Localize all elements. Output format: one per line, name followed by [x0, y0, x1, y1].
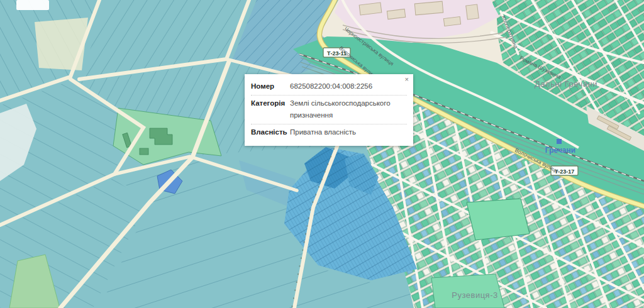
popup-value: Приватна власність — [290, 126, 407, 138]
park-block — [467, 199, 530, 240]
map-control-partial[interactable] — [16, 0, 49, 10]
cadastral-map-screen: Т-23-11 Т-23-17 Чорноострівська вулиця В… — [0, 0, 644, 308]
popup-row-number: Номер 6825082200:04:008:2256 — [251, 79, 407, 96]
popup-row-ownership: Власність Приватна власність — [251, 124, 407, 141]
place-label-ruzevytsia: Рузевиця-3 — [452, 290, 497, 300]
popup-label: Власність — [251, 126, 290, 138]
place-label-dalni-hrechany: Дальні Гречани — [535, 79, 597, 89]
popup-label: Номер — [251, 80, 290, 92]
popup-row-category: Категорія Землі сільськогосподарського п… — [251, 96, 407, 124]
svg-text:Гречани: Гречани — [545, 146, 575, 155]
popup-close-icon[interactable]: × — [405, 76, 409, 83]
parcel-info-popup: × Номер 6825082200:04:008:2256 Категорія… — [245, 74, 413, 146]
popup-label: Категорія — [251, 97, 290, 121]
cadastral-map[interactable]: Т-23-11 Т-23-17 Чорноострівська вулиця В… — [0, 0, 644, 308]
popup-value: 6825082200:04:008:2256 — [290, 80, 407, 92]
popup-value: Землі сільськогосподарського призначення — [290, 97, 407, 121]
